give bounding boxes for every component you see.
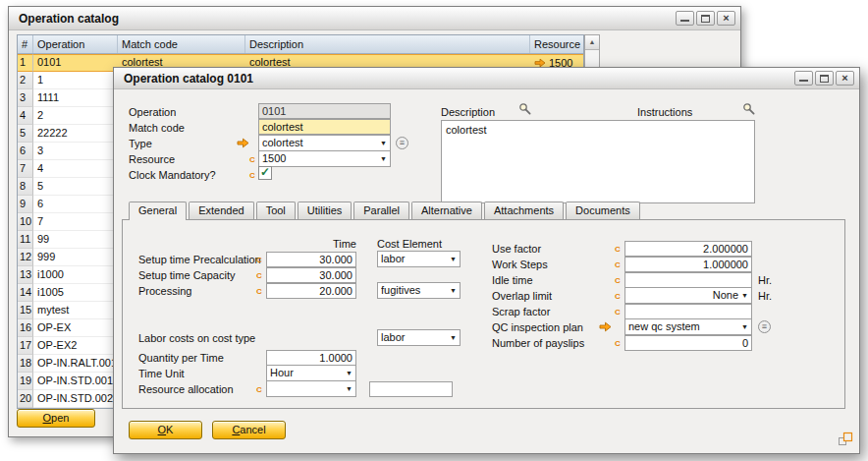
window-controls: ×: [676, 11, 735, 26]
ok-button-label: OK: [130, 422, 201, 437]
setup-precalc-time-field[interactable]: 30.000: [266, 252, 356, 267]
setup-capacity-time-field[interactable]: 30.000: [266, 267, 356, 283]
row-number: 16: [18, 319, 33, 337]
checkmark-icon: ✓: [260, 165, 270, 179]
field-changed-icon: C: [249, 152, 258, 168]
resource-allocation-select[interactable]: ▼: [266, 380, 356, 397]
chevron-down-icon: ▼: [739, 319, 750, 334]
cell-operation: 1111: [33, 89, 118, 107]
work-steps-label: Work Steps: [492, 258, 548, 272]
catalog-window-title: Operation catalog: [19, 7, 119, 30]
column-header-match-code[interactable]: Match code: [118, 35, 245, 53]
cancel-button[interactable]: Cancel: [212, 421, 286, 439]
row-number: 20: [18, 390, 33, 408]
cell-operation: 5: [33, 178, 118, 196]
description-textarea[interactable]: colortest: [441, 120, 755, 203]
link-arrow-icon[interactable]: [599, 321, 613, 333]
number-of-payslips-field[interactable]: 0: [624, 335, 752, 351]
column-header-num[interactable]: #: [18, 35, 33, 53]
setup-precalc-cost-select[interactable]: labor ▼: [377, 251, 461, 267]
labor-costs-select[interactable]: labor ▼: [377, 329, 461, 346]
tab-extended[interactable]: Extended: [189, 202, 253, 219]
cell-operation: 4: [33, 160, 118, 178]
cell-operation: 3: [33, 143, 118, 160]
scroll-up-icon[interactable]: ▲: [585, 35, 599, 50]
cell-operation: 7: [33, 213, 118, 231]
cell-operation: 1: [33, 72, 118, 89]
column-header-operation[interactable]: Operation: [33, 35, 118, 53]
magnifier-icon[interactable]: [518, 102, 532, 116]
minimize-icon[interactable]: [676, 11, 694, 26]
cell-operation: OP-EX2: [33, 337, 118, 355]
combo-edit-icon[interactable]: ≡: [758, 320, 771, 333]
catalog-titlebar: Operation catalog ×: [9, 7, 740, 30]
tab-parallel[interactable]: Parallel: [353, 202, 409, 219]
field-changed-icon: C: [615, 242, 624, 258]
maximize-icon[interactable]: [696, 11, 715, 26]
field-changed-icon: C: [615, 258, 624, 273]
open-button[interactable]: Open: [17, 409, 95, 428]
use-factor-field[interactable]: 2.000000: [624, 241, 752, 257]
time-unit-label: Time Unit: [138, 367, 185, 381]
qc-inspection-plan-select[interactable]: new qc system ▼: [624, 318, 752, 335]
resource-allocation-extra-field[interactable]: [369, 381, 453, 397]
tab-bar: General Extended Tool Utilities Parallel…: [129, 202, 642, 220]
chevron-down-icon: ▼: [344, 381, 354, 396]
cell-operation: i1005: [33, 284, 118, 302]
link-arrow-icon[interactable]: [237, 138, 250, 149]
row-number: 12: [18, 249, 33, 266]
quantity-per-time-field[interactable]: 1.0000: [266, 350, 356, 366]
type-label: Type: [129, 137, 152, 151]
ok-button[interactable]: OK: [129, 421, 202, 439]
cell-operation: 6: [33, 196, 118, 213]
resize-grip-icon[interactable]: [838, 432, 853, 449]
close-icon[interactable]: ×: [836, 71, 854, 86]
tab-tool[interactable]: Tool: [256, 202, 296, 219]
match-code-field[interactable]: colortest: [258, 119, 391, 135]
cell-operation: OP-IN.RALT.001: [33, 355, 118, 373]
close-icon[interactable]: ×: [717, 11, 735, 26]
tab-attachments[interactable]: Attachments: [484, 202, 564, 219]
combo-edit-icon[interactable]: ≡: [396, 137, 408, 149]
row-number: 6: [18, 143, 33, 160]
cell-operation: OP-EX: [33, 319, 118, 337]
overlap-limit-select[interactable]: None ▼: [624, 287, 752, 304]
column-header-resource[interactable]: Resource: [530, 35, 583, 53]
field-changed-icon: C: [256, 268, 265, 284]
open-button-label: Open: [18, 410, 94, 426]
type-select[interactable]: colortest ▼: [258, 135, 391, 151]
chevron-down-icon: ▼: [739, 288, 750, 303]
resource-select[interactable]: 1500 ▼: [258, 150, 391, 167]
tab-documents[interactable]: Documents: [566, 202, 640, 219]
minimize-glyph: [680, 20, 689, 22]
tab-alternative[interactable]: Alternative: [411, 202, 482, 219]
number-of-payslips-label: Number of payslips: [492, 336, 584, 351]
operation-field: 0101: [258, 103, 391, 119]
combo-value: fugitives: [381, 283, 447, 298]
close-glyph: ×: [837, 72, 853, 85]
tab-utilities[interactable]: Utilities: [298, 202, 352, 219]
clock-mandatory-checkbox[interactable]: ✓: [258, 166, 272, 180]
idle-time-field[interactable]: [624, 272, 752, 288]
column-header-description[interactable]: Description: [245, 35, 530, 53]
magnifier-icon[interactable]: [742, 102, 756, 116]
setup-precalc-label: Setup time Precalculation: [138, 253, 261, 267]
quantity-per-time-label: Quantity per Time: [138, 351, 224, 366]
row-number: 18: [18, 355, 33, 373]
time-unit-select[interactable]: Hour ▼: [266, 365, 356, 381]
maximize-icon[interactable]: [815, 71, 834, 86]
field-changed-icon: C: [615, 289, 624, 305]
row-number: 1: [18, 54, 33, 72]
processing-cost-select[interactable]: fugitives ▼: [377, 282, 461, 299]
tab-general[interactable]: General: [129, 202, 187, 220]
scrap-factor-field[interactable]: [624, 304, 752, 319]
row-number: 2: [18, 72, 33, 89]
row-number: 11: [18, 231, 33, 249]
chevron-down-icon: ▼: [448, 330, 459, 345]
work-steps-field[interactable]: 1.000000: [624, 257, 752, 272]
combo-value: new qc system: [628, 319, 738, 334]
processing-time-field[interactable]: 20.000: [266, 283, 356, 299]
cell-operation: OP-IN.STD.002: [33, 390, 118, 408]
minimize-icon[interactable]: [794, 71, 813, 86]
scrap-factor-label: Scrap factor: [492, 305, 550, 319]
